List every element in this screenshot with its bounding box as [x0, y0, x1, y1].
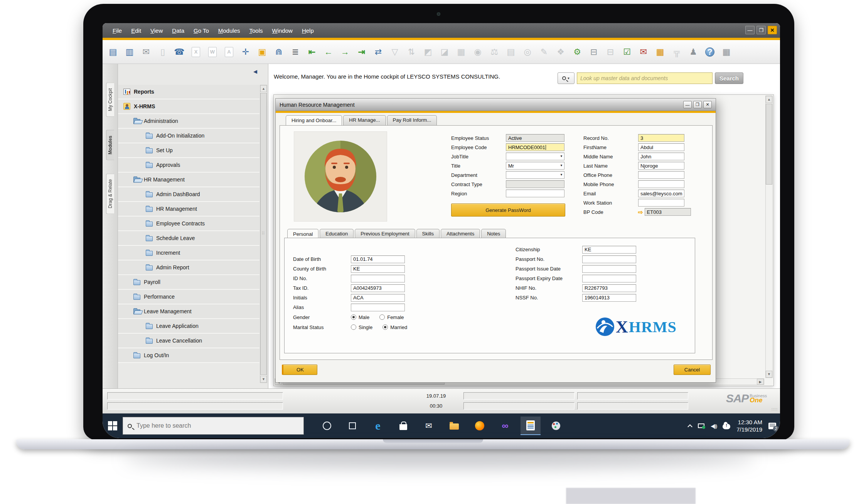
resize-grip[interactable]: ∷∷ — [772, 407, 778, 412]
messages-icon[interactable]: ⊟ — [587, 45, 600, 59]
tree-item-leave-application[interactable]: Leave Application — [118, 319, 259, 334]
firefox-icon[interactable] — [470, 417, 490, 435]
minimize-icon[interactable]: — — [745, 26, 755, 34]
help-icon[interactable]: ? — [703, 45, 716, 59]
tree-item-log-out-in[interactable]: Log Out/In — [118, 348, 259, 363]
export-pdf-icon[interactable]: A — [222, 45, 236, 59]
sap-business-one-icon[interactable] — [521, 417, 541, 435]
print-preview-icon[interactable]: ▤ — [106, 45, 120, 59]
restore-icon[interactable]: ❐ — [756, 26, 766, 34]
menu-edit[interactable]: Edit — [126, 27, 146, 34]
tree-item-admin-dashboard[interactable]: Admin DashBoard — [118, 187, 259, 202]
system-grid-icon[interactable]: ▦ — [720, 45, 733, 59]
radio-married[interactable]: Married — [382, 324, 407, 330]
refresh-icon[interactable]: ⇄ — [372, 45, 385, 59]
menu-file[interactable]: File — [108, 27, 126, 34]
base-document-icon[interactable]: ◩ — [421, 45, 435, 59]
field-region[interactable] — [506, 190, 564, 197]
alert-cloud-icon[interactable] — [723, 424, 730, 429]
fax-icon[interactable]: ☎ — [173, 45, 186, 59]
sms-icon[interactable]: ▯ — [156, 45, 169, 59]
field-passport-no[interactable] — [582, 255, 636, 263]
scroll-up-icon[interactable]: ▲ — [260, 85, 267, 92]
field-work-station[interactable] — [638, 199, 684, 207]
radio-female[interactable]: Female — [379, 314, 404, 320]
cancel-button[interactable]: Cancel — [674, 365, 711, 375]
tree-item-performance[interactable]: Performance — [118, 290, 259, 304]
last-record-icon[interactable]: ⇥ — [355, 45, 368, 59]
document-settings-icon[interactable]: ❖ — [554, 45, 567, 59]
tree-item-approvals[interactable]: Approvals — [118, 158, 259, 173]
paint-icon[interactable] — [546, 417, 566, 435]
previous-record-icon[interactable]: ← — [322, 45, 335, 59]
taskbar-search[interactable] — [123, 417, 304, 435]
field-bp-code[interactable]: ET003 — [645, 208, 691, 216]
side-tab-modules[interactable]: Modules — [106, 130, 114, 160]
field-department[interactable] — [506, 171, 564, 179]
radio-male[interactable]: Male — [351, 314, 369, 320]
field-title[interactable]: Mr — [506, 162, 564, 170]
calendar-icon[interactable]: ▦ — [654, 45, 667, 59]
tree-item-set-up[interactable]: Set Up — [118, 143, 259, 158]
lookup-input[interactable] — [577, 72, 713, 84]
payment-wizard-icon[interactable]: ▤ — [504, 45, 517, 59]
dialog-minimize-icon[interactable]: — — [683, 101, 692, 108]
collapse-tree-icon[interactable]: ◀ — [253, 69, 257, 74]
file-explorer-icon[interactable] — [444, 417, 464, 435]
dialog-maximize-icon[interactable]: ❒ — [693, 101, 702, 108]
email-icon[interactable]: ✉ — [140, 45, 153, 59]
field-county-of-birth[interactable]: KE — [351, 265, 405, 273]
search-type-button[interactable]: ▼ — [558, 72, 575, 84]
tree-item-admin-report[interactable]: Admin Report — [118, 260, 259, 275]
layout-designer-icon[interactable]: ✛ — [239, 45, 252, 59]
field-initials[interactable]: ACA — [351, 294, 405, 302]
export-excel-icon[interactable]: X — [189, 45, 202, 59]
menu-help[interactable]: Help — [297, 27, 318, 34]
panel-scrollbar[interactable]: ▲ ▼ — [765, 96, 773, 378]
menu-go-to[interactable]: Go To — [189, 27, 214, 34]
org-chart-icon[interactable]: ╦ — [670, 45, 683, 59]
field-mobile-phone[interactable] — [638, 180, 684, 188]
mail-service-icon[interactable]: ✉ — [637, 45, 650, 59]
tab-hiring-and-onboar[interactable]: Hiring and Onboar... — [286, 115, 342, 125]
field-nhif-no[interactable]: R2267793 — [582, 284, 636, 292]
message-queue-icon[interactable]: ≣ — [289, 45, 302, 59]
side-tab-drag-relate[interactable]: Drag & Relate — [106, 173, 114, 214]
edge-icon[interactable]: e — [368, 417, 388, 435]
tray-chevron-icon[interactable] — [687, 424, 692, 429]
tree-scroll-thumb[interactable]: ∷∷ — [260, 93, 267, 375]
tree-item-leave-management[interactable]: Leave Management — [118, 304, 259, 319]
gross-profit-icon[interactable]: ◉ — [471, 45, 484, 59]
sort-icon[interactable]: ⇅ — [405, 45, 418, 59]
ok-button[interactable]: OK — [282, 365, 317, 375]
field-id-no[interactable] — [351, 275, 405, 282]
lock-screen-icon[interactable]: ▣ — [256, 45, 269, 59]
checklist-icon[interactable]: ☑ — [620, 45, 633, 59]
field-nssf-no[interactable]: 196014913 — [582, 294, 636, 302]
export-word-icon[interactable]: W — [206, 45, 219, 59]
tree-item-payroll[interactable]: Payroll — [118, 275, 259, 290]
tree-item-hr-management[interactable]: HR Management — [118, 202, 259, 217]
field-citizenship[interactable]: KE — [582, 246, 636, 254]
tab-hr-manage[interactable]: HR Manage... — [343, 115, 386, 125]
filter-icon[interactable]: ▽ — [388, 45, 401, 59]
volume-weight-icon[interactable]: ⚖ — [488, 45, 501, 59]
store-icon[interactable] — [393, 417, 413, 435]
tree-item-x-hrms[interactable]: X-HRMS — [118, 99, 259, 114]
tree-item-employee-contracts[interactable]: Employee Contracts — [118, 217, 259, 231]
document-journal-icon[interactable]: ◎ — [521, 45, 534, 59]
menu-view[interactable]: View — [146, 27, 167, 34]
tree-item-administration[interactable]: Administration — [118, 114, 259, 129]
print-icon[interactable]: ▥ — [123, 45, 136, 59]
tree-item-add-on-initialization[interactable]: Add-On Initialization — [118, 129, 259, 143]
taskbar-search-input[interactable] — [136, 422, 299, 430]
start-button-icon[interactable] — [108, 421, 117, 430]
tree-scrollbar[interactable]: ▲ ∷∷ ▼ — [260, 85, 267, 383]
volume-icon[interactable]: ◀))) — [711, 423, 716, 429]
target-document-icon[interactable]: ◪ — [438, 45, 451, 59]
field-employee-code[interactable]: HRMCODE0001 — [506, 143, 564, 151]
edit-mode-icon[interactable]: ✎ — [537, 45, 551, 59]
scroll-up-icon[interactable]: ▲ — [766, 96, 772, 103]
field-last-name[interactable]: Njoroge — [638, 162, 684, 170]
tree-item-reports[interactable]: Reports — [118, 85, 259, 99]
